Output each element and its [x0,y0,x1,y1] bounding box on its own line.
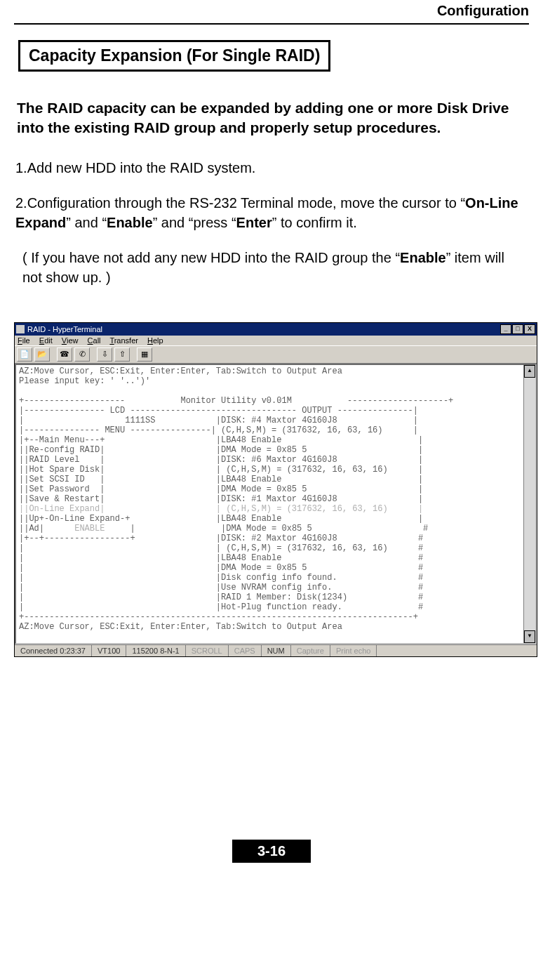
maximize-button[interactable]: □ [512,324,523,334]
receive-icon[interactable]: ⇧ [114,347,130,362]
step-2-text: 2.Configuration through the RS-232 Termi… [15,195,465,211]
step-2: 2.Configuration through the RS-232 Termi… [14,193,529,232]
terminal-output: AZ:Move Cursor, ESC:Exit, Enter:Enter, T… [16,365,523,643]
section-title: Capacity Expansion (For Single RAID) [18,40,330,72]
menu-edit[interactable]: Edit [39,336,53,345]
menu-view[interactable]: View [62,336,79,345]
kw-enable-note: Enable [400,250,446,265]
status-capture: Capture [291,645,330,656]
kw-enable: Enable [107,215,153,230]
status-printecho: Print echo [330,645,377,656]
minimize-button[interactable]: _ [500,324,511,334]
connect-icon[interactable]: ☎ [57,347,72,362]
window-title: RAID - HyperTerminal [27,325,102,333]
status-baud: 115200 8-N-1 [126,645,185,656]
send-icon[interactable]: ⇩ [97,347,112,362]
status-emulation: VT100 [92,645,126,656]
menubar: FFileile Edit View Call Transfer Help [15,336,537,345]
note-paragraph: ( If you have not add any new HDD into t… [14,248,529,287]
page-header-section: Configuration [14,0,529,23]
status-connected: Connected 0:23:37 [15,645,92,656]
disconnect-icon[interactable]: ✆ [74,347,90,362]
menu-file[interactable]: FFileile [18,336,30,345]
status-num: NUM [262,645,291,656]
titlebar: RAID - HyperTerminal _ □ X [15,323,537,336]
vertical-scrollbar[interactable]: ▲ ▼ [523,365,535,643]
open-file-icon[interactable]: 📂 [34,347,50,362]
status-scroll: SCROLL [186,645,229,656]
close-button[interactable]: X [524,324,535,334]
hyperterminal-window: RAID - HyperTerminal _ □ X FFileile Edit… [14,322,537,657]
kw-enter: Enter [236,215,272,230]
menu-help[interactable]: Help [147,336,163,345]
intro-paragraph: The RAID capacity can be expanded by add… [14,98,529,138]
menu-transfer[interactable]: Transfer [109,336,138,345]
status-caps: CAPS [229,645,262,656]
menu-call[interactable]: Call [88,336,101,345]
scroll-up-icon[interactable]: ▲ [524,365,535,378]
new-file-icon[interactable]: 📄 [17,347,32,362]
step-1: 1.Add new HDD into the RAID system. [14,158,529,178]
toolbar: 📄 📂 ☎ ✆ ⇩ ⇧ ▦ [15,345,537,364]
header-rule [14,23,529,25]
statusbar: Connected 0:23:37 VT100 115200 8-N-1 SCR… [15,644,537,656]
page-number: 3-16 [232,840,311,863]
app-icon [16,325,25,333]
properties-icon[interactable]: ▦ [137,347,152,362]
scroll-down-icon[interactable]: ▼ [524,630,535,643]
